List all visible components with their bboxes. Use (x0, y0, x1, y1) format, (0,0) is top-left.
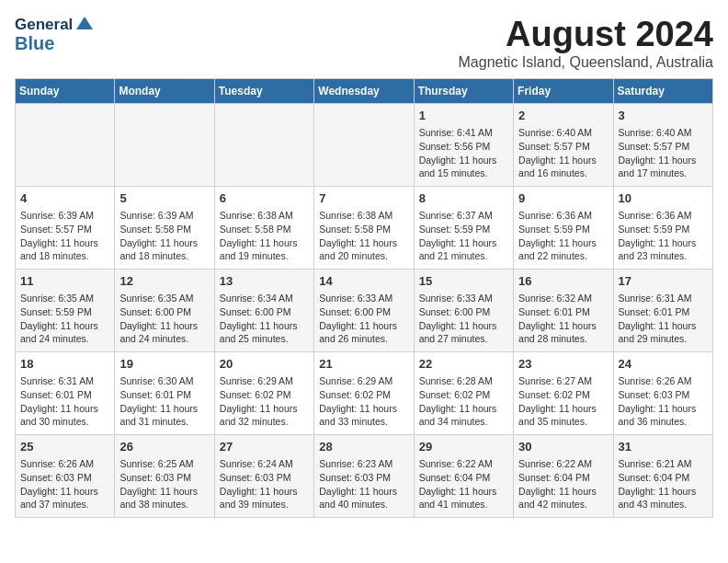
day-info: Sunrise: 6:38 AM Sunset: 5:58 PM Dayligh… (220, 209, 309, 263)
day-info: Sunrise: 6:36 AM Sunset: 5:59 PM Dayligh… (518, 209, 608, 263)
day-info: Sunrise: 6:33 AM Sunset: 6:00 PM Dayligh… (319, 292, 408, 346)
day-number: 29 (419, 439, 508, 455)
calendar-cell (115, 104, 214, 187)
day-number: 8 (419, 190, 508, 207)
calendar-table: SundayMondayTuesdayWednesdayThursdayFrid… (15, 78, 713, 518)
weekday-header: Tuesday (214, 79, 313, 104)
day-info: Sunrise: 6:40 AM Sunset: 5:57 PM Dayligh… (518, 126, 608, 180)
day-number: 23 (518, 356, 608, 373)
calendar-cell: 14Sunrise: 6:33 AM Sunset: 6:00 PM Dayli… (314, 270, 414, 352)
calendar-week-row: 11Sunrise: 6:35 AM Sunset: 5:59 PM Dayli… (16, 270, 713, 352)
weekday-header: Sunday (16, 79, 115, 104)
weekday-header: Saturday (613, 79, 712, 104)
day-info: Sunrise: 6:36 AM Sunset: 5:59 PM Dayligh… (619, 209, 708, 263)
day-number: 14 (319, 273, 408, 290)
calendar-cell: 30Sunrise: 6:22 AM Sunset: 6:04 PM Dayli… (514, 435, 613, 518)
calendar-cell: 3Sunrise: 6:40 AM Sunset: 5:57 PM Daylig… (613, 104, 712, 187)
day-info: Sunrise: 6:31 AM Sunset: 6:01 PM Dayligh… (20, 374, 109, 429)
page-header: General Blue August 2024 Magnetic Island… (15, 15, 713, 71)
calendar-cell: 25Sunrise: 6:26 AM Sunset: 6:03 PM Dayli… (16, 435, 115, 518)
title-area: August 2024 Magnetic Island, Queensland,… (459, 15, 714, 71)
day-number: 15 (419, 273, 508, 290)
day-info: Sunrise: 6:32 AM Sunset: 6:01 PM Dayligh… (518, 292, 608, 346)
day-number: 11 (20, 273, 109, 290)
calendar-cell (214, 104, 313, 187)
calendar-cell: 13Sunrise: 6:34 AM Sunset: 6:00 PM Dayli… (214, 270, 313, 352)
calendar-body: 1Sunrise: 6:41 AM Sunset: 5:56 PM Daylig… (16, 104, 713, 518)
day-number: 19 (119, 356, 209, 373)
day-number: 5 (119, 190, 209, 207)
day-number: 7 (319, 190, 408, 207)
day-info: Sunrise: 6:33 AM Sunset: 6:00 PM Dayligh… (419, 292, 508, 346)
logo-general: General (15, 17, 73, 34)
day-info: Sunrise: 6:35 AM Sunset: 6:00 PM Dayligh… (119, 292, 209, 346)
day-number: 24 (619, 356, 708, 373)
day-number: 28 (319, 439, 408, 455)
weekday-header: Thursday (414, 79, 513, 104)
weekday-header: Monday (115, 79, 214, 104)
logo: General Blue (15, 15, 95, 53)
calendar-cell: 17Sunrise: 6:31 AM Sunset: 6:01 PM Dayli… (613, 270, 712, 352)
calendar-cell: 2Sunrise: 6:40 AM Sunset: 5:57 PM Daylig… (514, 104, 613, 187)
logo-blue-text: Blue (15, 33, 95, 53)
day-info: Sunrise: 6:41 AM Sunset: 5:56 PM Dayligh… (419, 126, 508, 180)
day-info: Sunrise: 6:21 AM Sunset: 6:04 PM Dayligh… (619, 457, 708, 511)
day-number: 20 (220, 356, 309, 373)
calendar-cell: 1Sunrise: 6:41 AM Sunset: 5:56 PM Daylig… (414, 104, 513, 187)
calendar-cell (16, 104, 115, 187)
calendar-cell: 24Sunrise: 6:26 AM Sunset: 6:03 PM Dayli… (613, 352, 712, 435)
calendar-cell: 6Sunrise: 6:38 AM Sunset: 5:58 PM Daylig… (214, 187, 313, 270)
day-number: 25 (20, 439, 109, 455)
day-info: Sunrise: 6:24 AM Sunset: 6:03 PM Dayligh… (220, 457, 309, 511)
day-info: Sunrise: 6:35 AM Sunset: 5:59 PM Dayligh… (20, 292, 109, 346)
calendar-cell: 31Sunrise: 6:21 AM Sunset: 6:04 PM Dayli… (613, 435, 712, 518)
day-info: Sunrise: 6:40 AM Sunset: 5:57 PM Dayligh… (619, 126, 708, 180)
day-number: 9 (518, 190, 608, 207)
svg-marker-0 (76, 17, 93, 29)
calendar-header-row: SundayMondayTuesdayWednesdayThursdayFrid… (16, 79, 713, 104)
day-info: Sunrise: 6:37 AM Sunset: 5:59 PM Dayligh… (419, 209, 508, 263)
day-info: Sunrise: 6:39 AM Sunset: 5:58 PM Dayligh… (119, 209, 209, 263)
calendar-cell: 9Sunrise: 6:36 AM Sunset: 5:59 PM Daylig… (514, 187, 613, 270)
calendar-week-row: 25Sunrise: 6:26 AM Sunset: 6:03 PM Dayli… (16, 435, 713, 518)
calendar-cell: 26Sunrise: 6:25 AM Sunset: 6:03 PM Dayli… (115, 435, 214, 518)
day-info: Sunrise: 6:25 AM Sunset: 6:03 PM Dayligh… (119, 457, 209, 511)
calendar-cell: 23Sunrise: 6:27 AM Sunset: 6:02 PM Dayli… (514, 352, 613, 435)
calendar-cell: 16Sunrise: 6:32 AM Sunset: 6:01 PM Dayli… (514, 270, 613, 352)
day-number: 2 (518, 108, 608, 124)
calendar-cell: 18Sunrise: 6:31 AM Sunset: 6:01 PM Dayli… (16, 352, 115, 435)
day-number: 13 (220, 273, 309, 290)
calendar-cell: 27Sunrise: 6:24 AM Sunset: 6:03 PM Dayli… (214, 435, 313, 518)
day-info: Sunrise: 6:38 AM Sunset: 5:58 PM Dayligh… (319, 209, 408, 263)
calendar-cell: 29Sunrise: 6:22 AM Sunset: 6:04 PM Dayli… (414, 435, 513, 518)
day-info: Sunrise: 6:29 AM Sunset: 6:02 PM Dayligh… (220, 374, 309, 429)
logo-bird-icon (74, 15, 95, 35)
calendar-cell (314, 104, 414, 187)
calendar-cell: 4Sunrise: 6:39 AM Sunset: 5:57 PM Daylig… (16, 187, 115, 270)
calendar-cell: 8Sunrise: 6:37 AM Sunset: 5:59 PM Daylig… (414, 187, 513, 270)
day-info: Sunrise: 6:29 AM Sunset: 6:02 PM Dayligh… (319, 374, 408, 429)
day-info: Sunrise: 6:31 AM Sunset: 6:01 PM Dayligh… (619, 292, 708, 346)
day-number: 17 (619, 273, 708, 290)
calendar-cell: 10Sunrise: 6:36 AM Sunset: 5:59 PM Dayli… (613, 187, 712, 270)
calendar-cell: 28Sunrise: 6:23 AM Sunset: 6:03 PM Dayli… (314, 435, 414, 518)
calendar-cell: 20Sunrise: 6:29 AM Sunset: 6:02 PM Dayli… (214, 352, 313, 435)
calendar-week-row: 4Sunrise: 6:39 AM Sunset: 5:57 PM Daylig… (16, 187, 713, 270)
day-number: 12 (119, 273, 209, 290)
day-info: Sunrise: 6:22 AM Sunset: 6:04 PM Dayligh… (419, 457, 508, 511)
calendar-cell: 15Sunrise: 6:33 AM Sunset: 6:00 PM Dayli… (414, 270, 513, 352)
calendar-cell: 12Sunrise: 6:35 AM Sunset: 6:00 PM Dayli… (115, 270, 214, 352)
day-info: Sunrise: 6:39 AM Sunset: 5:57 PM Dayligh… (20, 209, 109, 263)
day-info: Sunrise: 6:26 AM Sunset: 6:03 PM Dayligh… (20, 457, 109, 511)
weekday-header: Friday (514, 79, 613, 104)
calendar-cell: 5Sunrise: 6:39 AM Sunset: 5:58 PM Daylig… (115, 187, 214, 270)
day-number: 10 (619, 190, 708, 207)
day-info: Sunrise: 6:27 AM Sunset: 6:02 PM Dayligh… (518, 374, 608, 429)
day-number: 31 (619, 439, 708, 455)
main-title: August 2024 (459, 15, 714, 54)
day-number: 6 (220, 190, 309, 207)
day-number: 1 (419, 108, 508, 124)
calendar-cell: 7Sunrise: 6:38 AM Sunset: 5:58 PM Daylig… (314, 187, 414, 270)
subtitle: Magnetic Island, Queensland, Australia (459, 54, 714, 71)
day-number: 16 (518, 273, 608, 290)
